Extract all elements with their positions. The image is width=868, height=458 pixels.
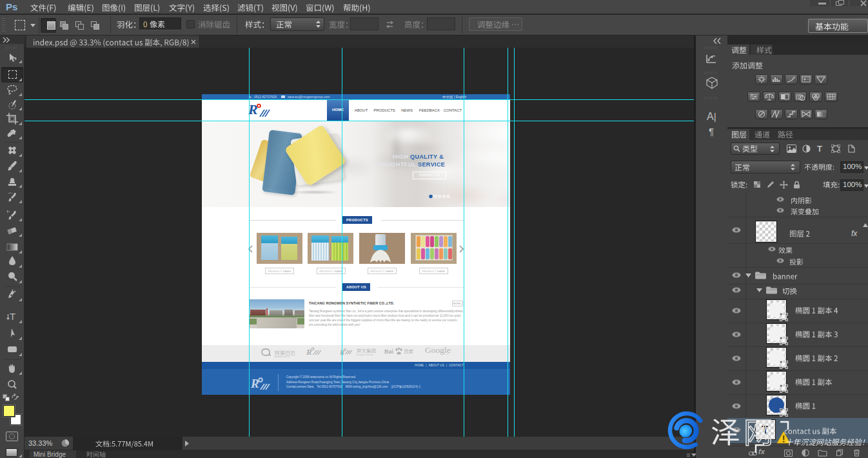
svg-text:R: R <box>248 101 258 117</box>
svg-text:R: R <box>251 377 259 390</box>
svg-text:R: R <box>306 347 312 357</box>
svg-text:T: T <box>10 311 15 322</box>
